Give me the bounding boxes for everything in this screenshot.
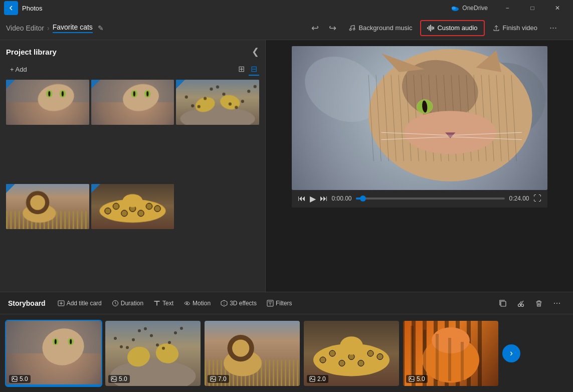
image-icon [309,376,315,382]
thumbnail-corner-mark [91,184,100,193]
breadcrumb-video-editor[interactable]: Video Editor [6,24,44,32]
library-title: Project library [6,48,57,56]
progress-bar[interactable] [356,198,505,200]
library-thumbnails [6,80,259,286]
main-content: Project library ❮ + Add ⊞ ⊟ [0,40,573,292]
thumbnail-corner-mark [91,80,100,89]
add-title-card-button[interactable]: Add title card [54,298,106,309]
clip-duration-label: 5.0 [406,375,428,383]
trim-button[interactable] [513,295,529,311]
storyboard-clip[interactable]: 5.0 [105,321,201,386]
storyboard: Storyboard Add title card Duration Text … [0,292,573,392]
current-time-display: 0:00.00 [332,195,352,202]
redo-button[interactable]: ↪ [325,21,340,36]
storyboard-header: Storyboard Add title card Duration Text … [0,292,573,314]
clip-duration-label: 5.0 [9,375,31,383]
motion-icon [183,300,190,307]
library-item[interactable] [91,184,174,229]
library-item[interactable] [176,80,259,125]
thumbnail-canvas [91,184,174,229]
previous-frame-button[interactable]: ⏮ [298,194,306,203]
add-title-card-icon [58,300,65,307]
text-button[interactable]: Text [149,298,177,309]
svg-point-1 [452,7,456,10]
minimize-button[interactable]: − [496,0,519,16]
breadcrumb-separator: › [47,24,50,32]
delete-clip-button[interactable] [531,295,547,311]
svg-point-16 [518,304,521,306]
clip-selected-indicator [6,384,101,386]
thumbnail-corner-mark [6,80,15,89]
library-item[interactable] [91,80,174,125]
more-options-storyboard-button[interactable]: ··· [549,295,565,311]
add-media-button[interactable]: + Add [6,64,31,75]
custom-audio-icon [427,25,434,32]
video-preview-area [292,46,547,190]
image-icon [210,376,216,382]
image-icon [111,376,117,382]
play-pause-button[interactable]: ▶ [310,194,316,204]
library-controls-row: + Add ⊞ ⊟ [6,63,259,76]
maximize-button[interactable]: □ [521,0,544,16]
motion-button[interactable]: Motion [179,298,215,309]
svg-point-8 [186,302,188,304]
text-icon [153,300,160,307]
custom-audio-button[interactable]: Custom audio [420,20,484,36]
storyboard-clips: 5.0 5.0 7.0 2.0 [0,314,573,392]
more-options-button[interactable]: ··· [545,21,561,35]
filters-icon [267,300,274,307]
breadcrumb: Video Editor › Favorite cats ✎ [6,23,301,33]
storyboard-clip[interactable]: 2.0 [304,321,399,386]
title-bar-left: Photos [4,1,42,15]
next-frame-button[interactable]: ⏭ [320,194,328,203]
image-icon [12,376,18,382]
fullscreen-button[interactable]: ⛶ [533,194,541,203]
svg-point-17 [521,304,524,306]
collapse-panel-button[interactable]: ❮ [252,46,259,57]
grid-small-view-button[interactable]: ⊟ [249,63,259,76]
video-preview-canvas [292,46,547,190]
undo-button[interactable]: ↩ [307,21,323,36]
copy-clip-button[interactable] [495,295,511,311]
music-note-icon [348,25,355,32]
library-item[interactable] [6,80,89,125]
thumbnail-canvas [91,80,174,125]
share-icon [493,25,500,32]
background-music-button[interactable]: Background music [342,20,418,36]
next-clip-button[interactable]: › [502,344,520,362]
edit-title-icon[interactable]: ✎ [98,24,104,32]
title-bar-right: OneDrive − □ ✕ [451,0,569,16]
thumbnail-corner-mark [6,184,15,193]
video-preview-panel: ⏮ ▶ ⏭ 0:00.00 0:24.00 ⛶ [266,40,573,292]
3d-effects-icon [221,300,228,307]
finish-video-button[interactable]: Finish video [487,20,543,36]
duration-button[interactable]: Duration [108,298,147,309]
app-title: Photos [22,5,42,12]
close-button[interactable]: ✕ [546,0,569,16]
thumbnail-canvas [6,80,89,125]
library-header: Project library ❮ [6,46,259,57]
grid-large-view-button[interactable]: ⊞ [236,63,247,76]
view-toggle: ⊞ ⊟ [236,63,259,76]
svg-rect-15 [501,301,506,306]
project-library-panel: Project library ❮ + Add ⊞ ⊟ [0,40,266,292]
onedrive-badge: OneDrive [451,4,488,12]
storyboard-clip[interactable]: 5.0 [6,321,101,386]
progress-handle[interactable] [360,195,366,202]
library-item[interactable] [6,184,89,229]
duration-icon [112,300,119,307]
clip-duration-label: 5.0 [108,375,130,383]
storyboard-clip[interactable]: 5.0 [403,321,498,386]
filters-button[interactable]: Filters [263,298,296,309]
back-button[interactable] [4,1,18,15]
image-icon [409,376,415,382]
toolbar: Video Editor › Favorite cats ✎ ↩ ↪ Backg… [0,16,573,40]
clip-duration-label: 7.0 [208,375,229,383]
thumbnail-canvas [176,80,259,125]
breadcrumb-project-name[interactable]: Favorite cats [53,23,93,33]
3d-effects-button[interactable]: 3D effects [217,298,261,309]
title-bar: Photos OneDrive − □ ✕ [0,0,573,16]
toolbar-actions: ↩ ↪ Background music Custom audio Finish… [307,20,561,36]
storyboard-clip[interactable]: 7.0 [205,321,300,386]
total-time-display: 0:24.00 [509,195,529,202]
